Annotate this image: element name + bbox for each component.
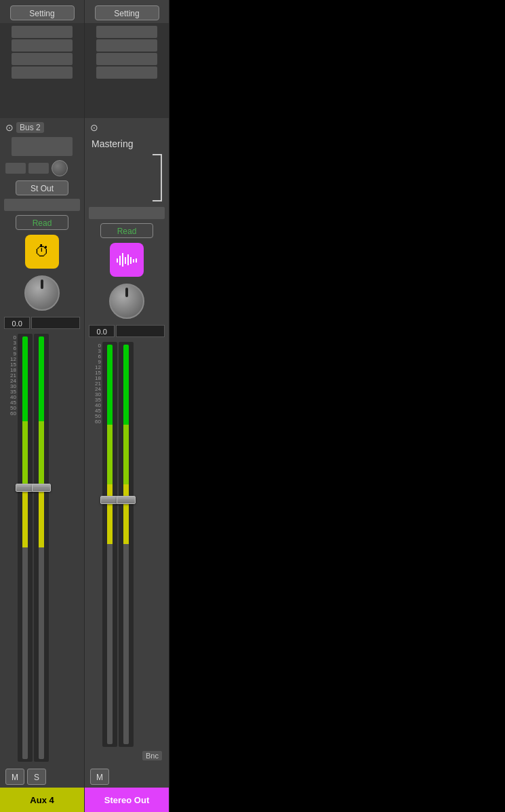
pan-knob-stereo-out[interactable] bbox=[109, 284, 144, 319]
output-button-aux4[interactable]: St Out bbox=[16, 180, 68, 195]
fader-channel-r-stereo-out bbox=[119, 342, 134, 747]
spacer-bar-stereo-out bbox=[89, 207, 165, 219]
black-area bbox=[169, 0, 505, 812]
fader-channels-aux4 bbox=[18, 334, 81, 762]
svg-rect-0 bbox=[117, 258, 118, 263]
svg-rect-5 bbox=[130, 257, 132, 264]
plugin-slot-4[interactable] bbox=[12, 66, 73, 79]
volume-extra-stereo-out bbox=[116, 325, 165, 337]
channel-name-area-aux4 bbox=[12, 137, 73, 156]
mastering-label: Mastering bbox=[85, 138, 169, 149]
svg-rect-3 bbox=[125, 257, 126, 264]
mini-btn-2-aux4[interactable] bbox=[28, 163, 49, 174]
bracket-area bbox=[85, 151, 169, 205]
plugin-slot-1-stereo[interactable] bbox=[96, 26, 157, 38]
setting-button-aux4[interactable]: Setting bbox=[10, 5, 75, 20]
fader-channel-r-aux4 bbox=[34, 334, 49, 762]
mini-btn-1-aux4[interactable] bbox=[5, 163, 26, 174]
channel-aux4: Setting ⊙ Bus 2 St Out Read ⏱ bbox=[0, 0, 85, 812]
plugin-slots-aux4 bbox=[0, 23, 84, 118]
svg-rect-6 bbox=[133, 259, 134, 263]
scale-col-aux4: 0 3 6 9 12 15 18 21 24 30 35 40 45 50 60 bbox=[3, 334, 16, 762]
fader-bar-r-aux4 bbox=[39, 336, 44, 759]
svg-rect-2 bbox=[122, 253, 123, 267]
plugin-slot-2-stereo[interactable] bbox=[96, 39, 157, 52]
svg-rect-4 bbox=[127, 254, 129, 265]
scale-60-stereo: 60 bbox=[87, 419, 101, 425]
plugin-slot-4-stereo[interactable] bbox=[96, 66, 157, 79]
scale-col-stereo-out: 0 3 6 9 12 15 18 21 24 30 35 40 45 50 60 bbox=[87, 342, 101, 747]
pan-knob-aux4[interactable] bbox=[24, 275, 60, 311]
mini-controls-aux4 bbox=[0, 157, 84, 179]
setting-button-stereo-out[interactable]: Setting bbox=[95, 5, 159, 20]
volume-extra-aux4 bbox=[31, 317, 80, 329]
waveform-icon bbox=[116, 250, 138, 269]
fader-track-aux4: 0 3 6 9 12 15 18 21 24 30 35 40 45 50 60 bbox=[0, 331, 84, 765]
fader-area-stereo-out: 0 3 6 9 12 15 18 21 24 30 35 40 45 50 60 bbox=[85, 339, 169, 750]
s-button-aux4[interactable]: S bbox=[27, 769, 46, 785]
volume-display-stereo-out: 0.0 bbox=[89, 325, 165, 337]
fader-bar-r-stereo-out bbox=[123, 345, 129, 744]
bnc-label-stereo-out: Bnc bbox=[142, 751, 162, 760]
fader-channel-l-stereo-out bbox=[102, 342, 117, 747]
plugin-icon-aux4[interactable]: ⏱ bbox=[25, 235, 59, 269]
ms-buttons-stereo-out: M bbox=[85, 766, 169, 788]
channel-label-stereo-out: Stereo Out bbox=[85, 788, 169, 812]
fader-bar-l-aux4 bbox=[22, 336, 28, 759]
read-button-aux4[interactable]: Read bbox=[16, 215, 68, 230]
volume-display-aux4: 0.0 bbox=[4, 317, 80, 329]
bus-row-aux4: ⊙ Bus 2 bbox=[0, 119, 84, 136]
plugin-icon-stereo-out[interactable] bbox=[110, 243, 144, 277]
plugin-slot-3-stereo[interactable] bbox=[96, 53, 157, 65]
fader-track-stereo-out: 0 3 6 9 12 15 18 21 24 30 35 40 45 50 60 bbox=[85, 339, 169, 750]
plugin-slot-2[interactable] bbox=[12, 39, 73, 52]
plugin-icon-symbol-aux4: ⏱ bbox=[35, 243, 49, 260]
fader-handle-r-aux4[interactable] bbox=[32, 484, 51, 492]
pan-knob-dot-aux4 bbox=[41, 279, 43, 289]
link-icon-stereo-out: ⊙ bbox=[90, 122, 98, 133]
volume-number-stereo-out: 0.0 bbox=[89, 325, 115, 337]
plugin-slot-3[interactable] bbox=[12, 53, 73, 65]
volume-number-aux4: 0.0 bbox=[4, 317, 30, 329]
channel-label-aux4: Aux 4 bbox=[0, 788, 84, 812]
m-button-stereo-out[interactable]: M bbox=[90, 769, 109, 785]
svg-rect-1 bbox=[119, 256, 121, 265]
scale-60: 60 bbox=[3, 411, 16, 417]
mini-knob-aux4[interactable] bbox=[52, 160, 68, 176]
fader-area-aux4: 0 3 6 9 12 15 18 21 24 30 35 40 45 50 60 bbox=[0, 331, 84, 765]
spacer-bar-aux4 bbox=[4, 199, 80, 211]
bus-row-stereo-out: ⊙ bbox=[85, 119, 169, 136]
m-button-aux4[interactable]: M bbox=[5, 769, 24, 785]
plugin-slots-stereo-out bbox=[85, 23, 169, 118]
pan-knob-dot-stereo-out bbox=[125, 288, 128, 297]
ms-buttons-aux4: M S bbox=[0, 766, 84, 788]
plugin-slot-1[interactable] bbox=[12, 26, 73, 38]
svg-rect-7 bbox=[136, 258, 137, 263]
channel-stereo-out: Setting ⊙ Mastering Read bbox=[85, 0, 169, 812]
fader-handle-r-stereo-out[interactable] bbox=[117, 496, 136, 504]
fader-bar-l-stereo-out bbox=[107, 345, 113, 744]
fader-channels-stereo-out bbox=[102, 342, 166, 747]
bracket bbox=[153, 154, 162, 201]
read-button-stereo-out[interactable]: Read bbox=[100, 223, 153, 238]
bus-label-aux4: Bus 2 bbox=[16, 122, 44, 133]
link-icon-aux4: ⊙ bbox=[5, 122, 14, 133]
fader-channel-l-aux4 bbox=[18, 334, 33, 762]
